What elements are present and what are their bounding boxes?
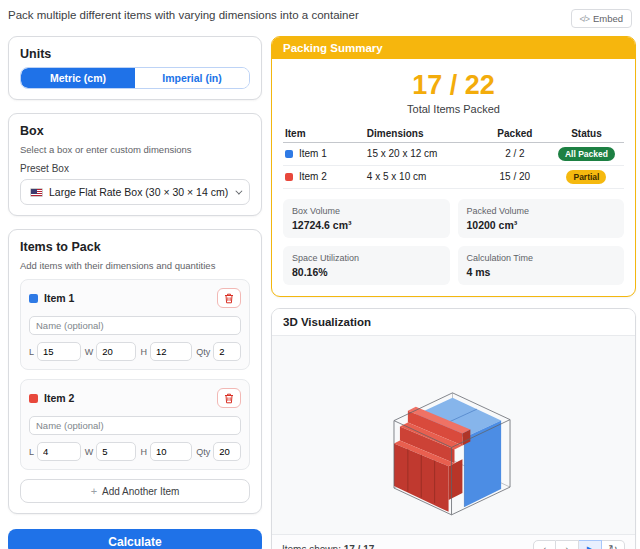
us-flag-icon <box>30 188 43 197</box>
table-row: Item 1 15 x 20 x 12 cm 2 / 2 All Packed <box>283 142 624 165</box>
calculate-button[interactable]: Calculate <box>8 529 262 549</box>
item1-height-input[interactable] <box>150 342 192 361</box>
stat-value: 4 ms <box>467 266 616 278</box>
item2-qty-input[interactable] <box>213 442 241 461</box>
units-title: Units <box>20 47 250 61</box>
results-column: Packing Summary 17 / 22 Total Items Pack… <box>271 36 636 549</box>
item1-title: Item 1 <box>44 292 211 304</box>
packing-summary-card: Packing Summary 17 / 22 Total Items Pack… <box>271 36 636 297</box>
table-row: Item 2 4 x 5 x 10 cm 15 / 20 Partial <box>283 165 624 188</box>
status-badge: Partial <box>566 170 606 184</box>
items-subtitle: Add items with their dimensions and quan… <box>20 260 250 271</box>
item2-height-input[interactable] <box>150 442 192 461</box>
play-button[interactable]: ▶ <box>579 540 602 549</box>
total-packed-count: 17 / 22 <box>283 71 624 101</box>
length-label: L <box>29 447 34 457</box>
embed-button[interactable]: </> Embed <box>571 9 632 28</box>
col-packed: Packed <box>481 125 549 143</box>
item1-name-input[interactable] <box>29 316 241 335</box>
stat-packed-volume: Packed Volume 10200 cm³ <box>458 199 625 238</box>
stat-box-volume: Box Volume 12724.6 cm³ <box>283 199 450 238</box>
item2-delete-button[interactable] <box>217 388 241 408</box>
box-subtitle: Select a box or enter custom dimensions <box>20 144 250 155</box>
prev-step-button[interactable]: ‹ <box>533 540 556 549</box>
width-label: W <box>85 447 94 457</box>
metric-toggle-button[interactable]: Metric (cm) <box>21 68 135 88</box>
item2-length-input[interactable] <box>37 442 81 461</box>
status-badge: All Packed <box>558 147 615 161</box>
height-label: H <box>140 347 147 357</box>
plus-icon: + <box>91 485 97 497</box>
imperial-toggle-button[interactable]: Imperial (in) <box>135 68 249 88</box>
stat-space-utilization: Space Utilization 80.16% <box>283 246 450 285</box>
visualization-card: 3D Visualization <box>271 308 636 549</box>
box-card: Box Select a box or enter custom dimensi… <box>8 113 262 216</box>
item1-length-input[interactable] <box>37 342 81 361</box>
stat-calculation-time: Calculation Time 4 ms <box>458 246 625 285</box>
packing-calculator-page: Pack multiple different items with varyi… <box>0 0 640 549</box>
stat-label: Box Volume <box>292 206 441 216</box>
visualization-canvas[interactable] <box>272 336 635 534</box>
stat-label: Packed Volume <box>467 206 616 216</box>
stat-value: 12724.6 cm³ <box>292 219 441 231</box>
item1-width-input[interactable] <box>96 342 136 361</box>
item1-color-swatch <box>285 150 293 158</box>
item2-width-input[interactable] <box>96 442 136 461</box>
row2-dimensions: 4 x 5 x 10 cm <box>365 165 481 188</box>
box-title: Box <box>20 124 250 138</box>
row1-packed: 2 / 2 <box>481 142 549 165</box>
col-dimensions: Dimensions <box>365 125 481 143</box>
item1-qty-input[interactable] <box>213 342 241 361</box>
height-label: H <box>140 447 147 457</box>
preset-box-select[interactable]: Large Flat Rate Box (30 × 30 × 14 cm) <box>20 179 250 205</box>
row2-packed: 15 / 20 <box>481 165 549 188</box>
item2-color-swatch <box>29 394 38 403</box>
chevron-down-icon <box>235 187 242 194</box>
stat-label: Space Utilization <box>292 253 441 263</box>
trash-icon <box>224 393 234 404</box>
item2-color-swatch <box>285 173 293 181</box>
item2-name-input[interactable] <box>29 416 241 435</box>
item1-delete-button[interactable] <box>217 288 241 308</box>
total-packed-caption: Total Items Packed <box>283 103 624 115</box>
col-item: Item <box>283 125 365 143</box>
add-another-item-button[interactable]: + Add Another Item <box>20 479 250 503</box>
viz-controls: ‹ › ▶ ↻ <box>533 540 625 549</box>
col-status: Status <box>549 125 624 143</box>
qty-label: Qty <box>196 447 210 457</box>
visualization-title: 3D Visualization <box>272 309 635 336</box>
reset-view-button[interactable]: ↻ <box>602 540 625 549</box>
preset-box-label: Preset Box <box>20 163 250 174</box>
stats-grid: Box Volume 12724.6 cm³ Packed Volume 102… <box>283 199 624 285</box>
row2-item: Item 2 <box>299 171 327 182</box>
stat-value: 10200 cm³ <box>467 219 616 231</box>
packed-box-3d-render <box>272 336 635 534</box>
preset-box-value: Large Flat Rate Box (30 × 30 × 14 cm) <box>49 186 229 198</box>
items-shown-label: Items shown: <box>282 544 341 549</box>
stat-label: Calculation Time <box>467 253 616 263</box>
row1-item: Item 1 <box>299 148 327 159</box>
visualization-footer: Items shown: 17 / 17 ‹ › ▶ ↻ <box>272 534 635 549</box>
summary-table: Item Dimensions Packed Status Item 1 15 … <box>283 125 624 189</box>
width-label: W <box>85 347 94 357</box>
item2-title: Item 2 <box>44 392 211 404</box>
add-another-item-label: Add Another Item <box>102 486 179 497</box>
page-title: Pack multiple different items with varyi… <box>8 9 359 21</box>
code-icon: </> <box>580 14 589 24</box>
packing-summary-header: Packing Summary <box>272 37 635 59</box>
row1-dimensions: 15 x 20 x 12 cm <box>365 142 481 165</box>
top-bar: Pack multiple different items with varyi… <box>8 7 636 36</box>
item-panel-1: Item 1 L W H Qty <box>20 279 250 370</box>
items-to-pack-card: Items to Pack Add items with their dimen… <box>8 229 262 514</box>
units-card: Units Metric (cm) Imperial (in) <box>8 36 262 100</box>
qty-label: Qty <box>196 347 210 357</box>
trash-icon <box>224 293 234 304</box>
next-step-button[interactable]: › <box>556 540 579 549</box>
item-panel-2: Item 2 L W H Qty <box>20 379 250 470</box>
items-title: Items to Pack <box>20 240 250 254</box>
stat-value: 80.16% <box>292 266 441 278</box>
item1-color-swatch <box>29 294 38 303</box>
length-label: L <box>29 347 34 357</box>
embed-button-label: Embed <box>593 13 623 24</box>
items-shown-value: 17 / 17 <box>344 544 375 549</box>
